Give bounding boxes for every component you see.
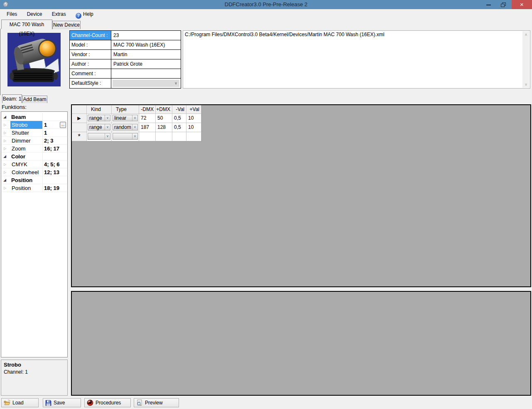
menu-files[interactable]: Files [2, 9, 21, 19]
property-row: Model : MAC 700 Wash (16EX) [70, 40, 181, 50]
prop-label-author[interactable]: Author : [70, 59, 111, 69]
funktions-item-colorwheel[interactable]: ▷ Colorwheel 12; 13 [1, 168, 67, 176]
grid-row-2: range∨ random∨ 187 128 0,5 10 [72, 123, 201, 132]
plus-val-cell[interactable]: 10 [186, 123, 201, 132]
tree-collapsed-icon[interactable]: ▷ [4, 129, 10, 137]
range-grid: Kind Type -DMX +DMX -Val +Val ▶ range∨ l… [72, 105, 202, 142]
minimize-icon [486, 5, 491, 5]
close-button[interactable]: × [512, 0, 532, 9]
funktions-label: Funktions: [2, 104, 27, 110]
minus-dmx-cell[interactable]: 72 [139, 114, 156, 123]
type-dropdown[interactable]: ∨ [113, 133, 138, 140]
chevron-down-icon: ∨ [105, 115, 110, 121]
tree-collapsed-icon[interactable]: ▷ [4, 145, 10, 153]
procedures-button[interactable]: Procedures [84, 398, 131, 407]
path-scrollbar[interactable]: ∧ ∨ [522, 31, 530, 88]
tab-new-device[interactable]: New Device [52, 21, 81, 29]
type-dropdown[interactable]: linear∨ [113, 115, 138, 121]
tab-add-beam[interactable]: Add Beam [22, 96, 47, 103]
minus-val-cell[interactable]: 0,5 [172, 114, 186, 123]
property-row: Channel-Count : 23 [70, 31, 181, 40]
property-row: DefaultStyle : ∨ [70, 79, 181, 88]
tree-collapsed-icon[interactable]: ▷ [4, 184, 10, 192]
tree-collapsed-icon[interactable]: ▷ [4, 160, 10, 168]
plus-val-cell[interactable] [186, 132, 201, 141]
type-dropdown[interactable]: random∨ [113, 124, 138, 131]
property-row: Comment : [70, 69, 181, 79]
file-path-box[interactable]: C:/Program Files/DMXControl3.0 Beta4/Ker… [183, 30, 530, 89]
prop-label-model[interactable]: Model : [70, 40, 111, 49]
tree-expanded-icon[interactable]: ◢ [3, 176, 9, 184]
strobo-more-button[interactable]: ... [60, 122, 66, 128]
kind-dropdown[interactable]: range∨ [88, 124, 110, 131]
funktions-item-zoom[interactable]: ▷ Zoom 16; 17 [1, 145, 67, 153]
funktions-item-cmyk[interactable]: ▷ CMYK 4; 5; 6; 7; [1, 160, 67, 168]
scroll-down-icon[interactable]: ∨ [522, 81, 530, 88]
prop-label-channel-count[interactable]: Channel-Count : [70, 31, 111, 40]
plus-dmx-cell[interactable] [156, 132, 172, 141]
grid-header-row: Kind Type -DMX +DMX -Val +Val [72, 105, 201, 114]
tree-collapsed-icon[interactable]: ▷ [4, 168, 10, 176]
prop-label-comment[interactable]: Comment : [70, 69, 111, 78]
grid-row-1: ▶ range∨ linear∨ 72 50 0,5 10 [72, 114, 201, 123]
grid-header-type: Type [112, 105, 139, 114]
save-icon [45, 400, 51, 406]
prop-value-author[interactable]: Patrick Grote [111, 59, 181, 69]
property-row: Vendor : Martin [70, 50, 181, 59]
tree-expanded-icon[interactable]: ◢ [3, 153, 9, 160]
tree-collapsed-icon[interactable]: ▷ [4, 121, 10, 129]
funktions-group-beam[interactable]: ◢ Beam [1, 113, 67, 121]
funktions-item-strobo[interactable]: ▷ Strobo 1 ... [1, 121, 67, 129]
chevron-down-icon: ∨ [132, 115, 137, 121]
defaultstyle-dropdown[interactable]: ∨ [112, 79, 180, 87]
load-button[interactable]: Load [1, 398, 39, 407]
menu-device[interactable]: Device [23, 9, 47, 19]
plus-dmx-cell[interactable]: 50 [156, 114, 172, 123]
prop-value-comment[interactable] [111, 69, 181, 78]
minus-dmx-cell[interactable] [139, 132, 156, 141]
minimize-button[interactable] [481, 0, 496, 9]
grid-header-rowmarker [72, 105, 87, 114]
tab-beam-1[interactable]: Beam: 1 [2, 94, 22, 103]
prop-value-vendor[interactable]: Martin [111, 50, 181, 59]
device-image [7, 33, 61, 86]
scroll-up-icon[interactable]: ∧ [522, 31, 530, 38]
plus-val-cell[interactable]: 10 [186, 114, 201, 123]
tab-device-active[interactable]: MAC 700 Wash (16EX) [1, 20, 52, 29]
prop-label-defaultstyle[interactable]: DefaultStyle : [70, 79, 111, 88]
plus-dmx-cell[interactable]: 128 [156, 123, 172, 132]
minus-val-cell[interactable]: 0,5 [172, 123, 186, 132]
chevron-down-icon: ∨ [105, 133, 110, 139]
prop-value-channel-count[interactable]: 23 [111, 31, 181, 40]
restore-button[interactable] [496, 0, 512, 9]
selection-info-panel: Strobo Channel: 1 [1, 360, 68, 396]
grid-row-new: * ∨ ∨ [72, 132, 201, 141]
funktions-item-dimmer[interactable]: ▷ Dimmer 2; 3 [1, 137, 67, 145]
prop-label-vendor[interactable]: Vendor : [70, 50, 111, 59]
menu-bar: Files Device Extras ?Help [0, 9, 532, 20]
minus-val-cell[interactable] [172, 132, 186, 141]
minus-dmx-cell[interactable]: 187 [139, 123, 156, 132]
grid-header-plus-dmx: +DMX [156, 105, 172, 114]
save-button[interactable]: Save [43, 398, 81, 407]
prop-value-model[interactable]: MAC 700 Wash (16EX) [111, 40, 181, 49]
chevron-down-icon: ∨ [105, 124, 110, 130]
property-row: Author : Patrick Grote [70, 59, 181, 69]
info-title: Strobo [4, 362, 21, 368]
funktions-group-color[interactable]: ◢ Color [1, 153, 67, 160]
funktions-item-shutter[interactable]: ▷ Shutter 1 [1, 129, 67, 137]
preview-button[interactable]: Preview [134, 398, 179, 407]
file-path-text: C:/Program Files/DMXControl3.0 Beta4/Ker… [185, 32, 521, 37]
funktions-group-position[interactable]: ◢ Position [1, 176, 67, 184]
kind-dropdown[interactable]: range∨ [88, 115, 110, 121]
menu-extras[interactable]: Extras [48, 9, 70, 19]
titlebar: DDFCreator3.0 Pre-Pre-Release 2 × [0, 0, 532, 9]
tree-collapsed-icon[interactable]: ▷ [4, 137, 10, 145]
menu-help[interactable]: ?Help [71, 9, 98, 20]
chevron-down-icon: ∨ [172, 80, 179, 87]
funktions-item-position[interactable]: ▷ Position 18; 19; 20 [1, 184, 67, 192]
tree-expanded-icon[interactable]: ◢ [3, 113, 9, 121]
grid-header-minus-dmx: -DMX [139, 105, 156, 114]
grid-header-minus-val: -Val [172, 105, 186, 114]
kind-dropdown[interactable]: ∨ [88, 133, 110, 140]
